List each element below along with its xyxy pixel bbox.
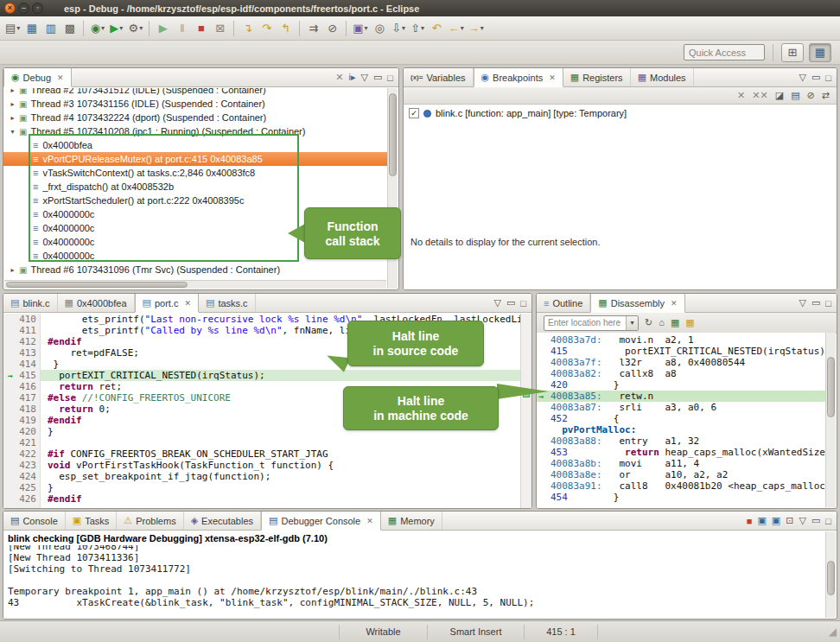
dropdown-arrow-icon[interactable]: ▾ [402,24,405,32]
overview-ruler[interactable] [520,314,531,508]
tab-close-icon[interactable]: ✕ [57,73,64,82]
minimize-view-button[interactable]: ▭ [811,297,820,308]
tab-registers[interactable]: ▦Registers [563,68,631,86]
instruction-stepping-mode-button[interactable]: ⇉ [304,19,322,38]
disassembly-line[interactable]: 453 return heap_caps_malloc(xWantedSize [537,447,825,458]
go-to-file-for-breakpoint-button[interactable]: ▤ [791,90,799,101]
view-menu-button[interactable]: ▽ [493,297,500,308]
combo-dropdown-icon[interactable]: ▾ [626,316,638,330]
tab-disassembly[interactable]: ▦Disassembly✕ [590,294,684,313]
home-pc-button[interactable]: ⌂ [659,317,665,328]
tab-debugger-console[interactable]: ▤Debugger Console✕ [261,512,381,531]
dropdown-arrow-icon[interactable]: ▾ [16,24,20,32]
tab-port-c[interactable]: ▤port.c✕ [135,294,199,313]
stack-frame-row[interactable]: ≡xPortStartScheduler() at port.c:222 0x4… [3,194,387,207]
tree-collapsed-icon[interactable]: ▸ [9,114,16,122]
show-breakpoints-supported-button[interactable]: ◪ [775,90,784,101]
new-c-project-button[interactable]: ▣▾ [351,19,369,38]
debug-perspective-button[interactable]: ▦ [809,43,831,62]
next-annotation-button[interactable]: ⇩▾ [390,19,408,38]
tab-close-icon[interactable]: ✕ [184,299,191,308]
disassembly-line[interactable]: →40083a85: retw.n [537,391,825,402]
tab-close-icon[interactable]: ✕ [366,517,373,525]
quick-access-input[interactable] [684,44,765,60]
open-console-button[interactable]: ▣ [772,515,780,526]
dropdown-arrow-icon[interactable]: ▾ [461,24,464,32]
view-menu-button[interactable]: ▽ [360,72,367,83]
thread-row[interactable]: ▾▣Thread #5 1073410208 (ipc1 : Running) … [3,124,387,138]
tab-tasks-c[interactable]: ▤tasks.c [199,294,256,312]
console-scrollbar[interactable] [825,531,836,618]
stack-frame-row[interactable]: ≡_frxt_dispatch() at 0x4008532b [3,180,387,194]
disassembly-line[interactable]: 40083a91: call8 0x40081b20 <heap_caps_ma… [537,480,825,492]
disassembly-scrollbar[interactable] [825,333,836,507]
pin-console-button[interactable]: ⊡ [786,515,793,526]
minimize-view-button[interactable]: ▭ [373,72,382,83]
maximize-view-button[interactable]: □ [825,298,831,308]
tree-collapsed-icon[interactable]: ▸ [9,88,16,94]
search-button[interactable]: ◎ [371,19,389,38]
tab-executables[interactable]: ◈Executables [184,512,261,530]
tree-collapsed-icon[interactable]: ▸ [9,266,16,274]
debug-hscrollbar[interactable] [4,280,386,289]
disassembly-line[interactable]: 40083a7f: l32r a8, 0x40080544 [537,357,825,368]
view-menu-button[interactable]: ▽ [799,72,805,83]
code-line[interactable]: 422#if CONFIG_FREERTOS_BREAK_ON_SCHEDULE… [3,448,520,460]
tab-variables[interactable]: (x)=Variables [404,68,474,86]
stack-frame-row[interactable]: ≡0x4000000c [3,221,387,235]
disconnect-button[interactable]: ⊠ [211,19,229,38]
thread-row[interactable]: ▸▣Thread #3 1073431156 (IDLE) (Suspended… [3,97,387,111]
thread-row[interactable]: ▸▣Thread #2 1073431512 (IDLE) (Suspended… [3,88,387,97]
disassembly-line[interactable]: 40083a82: callx8 a8 [537,368,825,379]
stack-frame-row[interactable]: ≡vPortCPUReleaseMutex() at port.c:415 0x… [3,152,387,166]
location-input[interactable] [544,318,626,327]
forward-button[interactable]: →▾ [467,19,486,38]
run-button[interactable]: ▶▾ [107,19,125,38]
previous-annotation-button[interactable]: ⇧▾ [409,19,427,38]
tab-memory[interactable]: ▦Memory [381,512,442,530]
scrollbar-thumb[interactable] [827,357,835,417]
skip-all-breakpoints-button[interactable]: ⊘ [807,90,815,101]
dropdown-arrow-icon[interactable]: ▾ [101,24,105,32]
disassembly-line[interactable]: 452 { [537,413,825,424]
back-button[interactable]: ←▾ [447,19,466,38]
code-line[interactable]: 416 return ret; [3,381,520,392]
tab-console[interactable]: ▤Console [3,512,66,530]
disassembly-view[interactable]: 40083a7d: movi.n a2, 1415 portEXIT_CRITI… [537,333,825,508]
stack-frame-row[interactable]: ≡vTaskSwitchContext() at tasks.c:2,846 0… [3,166,387,180]
stack-frame-row[interactable]: ≡0x4000000c [3,249,387,263]
code-line[interactable]: 425} [3,482,520,493]
thread-row[interactable]: ▸▣Thread #4 1073432224 (dport) (Suspende… [3,111,387,124]
dropdown-arrow-icon[interactable]: ▾ [139,24,143,32]
code-line[interactable]: 426#endif [3,493,520,505]
tab-0x4000bfea[interactable]: ▦0x4000bfea [58,294,135,312]
disassembly-line[interactable]: 415 portEXIT_CRITICAL_NESTED(irqStatus); [537,346,825,357]
scrollbar-thumb[interactable] [827,561,835,595]
code-line[interactable]: 414 } [3,359,520,370]
step-into-button[interactable]: ↴ [239,19,257,38]
tab-close-icon[interactable]: ✕ [549,73,556,82]
code-line[interactable]: 423void vPortFirstTaskHook(TaskFunction_… [3,460,520,471]
show-source-button[interactable]: ▦ [671,317,679,328]
skip-all-breakpoints-button[interactable]: ⊘ [323,19,341,38]
debug-button[interactable]: ◉▾ [88,19,106,38]
code-line[interactable]: 424 esp_set_breakpoint_if_jtag(function)… [3,471,520,482]
minimize-view-button[interactable]: ▭ [811,515,820,526]
code-line[interactable]: 421 [3,437,520,448]
code-line[interactable]: 418 return 0; [3,404,520,415]
print-button[interactable]: ▩ [60,19,79,38]
disassembly-line[interactable]: 40083a8e: or a10, a2, a2 [537,469,825,480]
code-line[interactable]: 419#endif [3,415,520,426]
dropdown-arrow-icon[interactable]: ▾ [421,24,424,32]
remove-all-terminated-button[interactable]: ✕ [335,72,343,83]
tab-close-icon[interactable]: ✕ [671,299,678,308]
tab-debug[interactable]: ◉Debug✕ [3,68,72,87]
save-all-button[interactable]: ▥ [41,19,60,38]
dropdown-arrow-icon[interactable]: ▾ [365,24,368,32]
disassembly-line[interactable]: 420 } [537,379,825,391]
tab-tasks[interactable]: ▣Tasks [66,512,118,530]
tab-modules[interactable]: ▦Modules [631,68,694,86]
disassembly-line[interactable]: 40083a8b: movi a11, 4 [537,458,825,469]
dropdown-arrow-icon[interactable]: ▾ [119,24,123,32]
stack-frame-row[interactable]: ≡0x4000000c [3,235,387,249]
